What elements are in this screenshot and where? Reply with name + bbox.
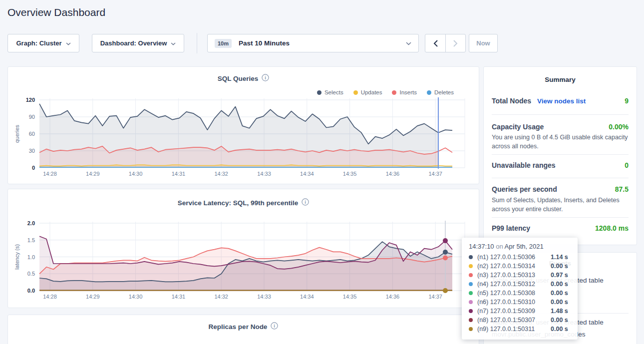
legend-item-selects[interactable]: Selects: [317, 89, 343, 95]
replicas-title-text: Replicas per Node: [209, 323, 268, 331]
svg-text:120: 120: [26, 97, 35, 103]
svg-text:queries: queries: [14, 124, 20, 143]
node-color-dot-icon: [469, 264, 473, 268]
svg-text:14:32: 14:32: [214, 171, 228, 177]
inserts-dot-icon: [392, 90, 396, 95]
node-address: (n6) 127.0.0.1:50310: [477, 299, 551, 306]
latency-hover-tooltip: 14:37:10 on Apr 5th, 2021 (n1) 127.0.0.1…: [462, 238, 578, 340]
node-latency-value: 0.00 s: [551, 281, 568, 288]
svg-text:14:28: 14:28: [43, 294, 57, 300]
prev-button[interactable]: [425, 34, 445, 52]
node-latency-value: 0.00 s: [551, 326, 568, 333]
unavailable-ranges-value: 0: [625, 161, 629, 169]
svg-text:14:29: 14:29: [86, 171, 100, 177]
legend-item-deletes[interactable]: Deletes: [427, 89, 454, 95]
svg-text:90: 90: [29, 114, 35, 120]
svg-text:14:33: 14:33: [257, 294, 271, 300]
svg-text:14:37: 14:37: [428, 294, 442, 300]
node-address: (n2) 127.0.0.1:50314: [477, 263, 551, 270]
chevron-down-icon: [171, 39, 176, 47]
svg-text:14:34: 14:34: [300, 171, 314, 177]
legend-item-inserts[interactable]: Inserts: [392, 89, 417, 95]
updates-dot-icon: [353, 90, 358, 95]
service-latency-title: Service Latency: SQL, 99th percentile i: [8, 198, 479, 207]
selects-dot-icon: [317, 90, 322, 95]
svg-text:30: 30: [29, 148, 35, 154]
tooltip-node-row: (n6) 127.0.0.1:503100.00 s: [469, 298, 572, 307]
summary-divider: [492, 154, 629, 155]
svg-text:i: i: [265, 75, 266, 80]
total-nodes-value: 9: [625, 97, 629, 105]
node-color-dot-icon: [469, 255, 473, 259]
node-address: (n8) 127.0.0.1:50307: [477, 317, 551, 324]
now-button[interactable]: Now: [469, 34, 498, 52]
node-color-dot-icon: [469, 273, 473, 277]
node-latency-value: 0.00 s: [551, 317, 568, 324]
dashboard-dropdown-label: Dashboard: Overview: [100, 39, 167, 47]
sql-queries-chart[interactable]: 030609012014:2814:2914:3014:3114:3214:33…: [8, 67, 479, 184]
view-nodes-list-link[interactable]: View nodes list: [537, 97, 586, 105]
toolbar-divider: [197, 33, 197, 53]
node-address: (n9) 127.0.0.1:50311: [477, 326, 551, 333]
time-range-badge: 10m: [215, 39, 232, 48]
node-address: (n4) 127.0.0.1:50312: [477, 281, 551, 288]
node-address: (n1) 127.0.0.1:50306: [477, 254, 551, 261]
time-nav-group: [425, 34, 466, 52]
summary-divider: [492, 178, 629, 178]
svg-text:14:33: 14:33: [257, 171, 271, 177]
qps-row: Queries per second 87.5: [492, 185, 629, 193]
tooltip-timestamp: 14:37:10 on Apr 5th, 2021: [469, 243, 572, 250]
svg-text:i: i: [305, 199, 306, 205]
service-latency-panel: Service Latency: SQL, 99th percentile i …: [7, 189, 479, 308]
tooltip-node-row: (n4) 127.0.0.1:503120.00 s: [469, 280, 572, 289]
service-latency-title-text: Service Latency: SQL, 99th percentile: [178, 199, 299, 207]
tooltip-node-rows: (n1) 127.0.0.1:503061.14 s(n2) 127.0.0.1…: [469, 253, 572, 334]
svg-text:14:34: 14:34: [300, 294, 314, 300]
node-latency-value: 0.00 s: [551, 299, 568, 306]
node-color-dot-icon: [469, 291, 473, 295]
node-latency-value: 0.00 s: [551, 290, 568, 297]
total-nodes-label: Total Nodes: [492, 97, 531, 105]
info-icon[interactable]: i: [302, 198, 309, 207]
qps-caption: Sum of Selects, Updates, Inserts, and De…: [492, 196, 629, 214]
legend-item-updates[interactable]: Updates: [353, 89, 382, 95]
tooltip-node-row: (n2) 127.0.0.1:503140.00 s: [469, 262, 572, 271]
info-icon[interactable]: i: [271, 322, 278, 331]
node-color-dot-icon: [469, 327, 473, 331]
node-address: (n5) 127.0.0.1:50308: [477, 290, 551, 297]
svg-text:60: 60: [29, 131, 35, 137]
unavailable-ranges-row: Unavailable ranges 0: [492, 161, 629, 169]
svg-text:0.0: 0.0: [27, 288, 35, 294]
capacity-label: Capacity Usage: [492, 123, 544, 131]
node-latency-value: 0.00 s: [551, 263, 568, 270]
tooltip-node-row: (n3) 127.0.0.1:503130.97 s: [469, 271, 572, 280]
chevron-down-icon: [406, 39, 411, 47]
sql-queries-title-text: SQL Queries: [218, 75, 259, 82]
dashboard-dropdown[interactable]: Dashboard: Overview: [92, 34, 184, 52]
capacity-value: 0.00%: [609, 123, 629, 131]
node-latency-value: 1.14 s: [551, 254, 568, 261]
total-nodes-row: Total Nodes View nodes list 9: [492, 97, 629, 105]
svg-text:14:28: 14:28: [43, 171, 57, 177]
node-color-dot-icon: [469, 282, 473, 286]
info-icon[interactable]: i: [262, 74, 269, 83]
graph-dropdown[interactable]: Graph: Cluster: [7, 34, 79, 52]
chevron-down-icon: [66, 39, 71, 47]
sql-queries-panel: SQL Queries i Selects Updates Inserts De…: [7, 66, 479, 184]
next-button[interactable]: [445, 34, 465, 52]
time-range-picker[interactable]: 10m Past 10 Minutes: [207, 34, 419, 52]
now-button-label: Now: [476, 39, 490, 47]
svg-text:latency (s): latency (s): [14, 244, 20, 270]
node-color-dot-icon: [469, 300, 473, 304]
p99-row: P99 latency 1208.0 ms: [492, 224, 629, 232]
svg-text:14:35: 14:35: [343, 294, 357, 300]
chevron-left-icon: [433, 40, 438, 47]
svg-text:1.0: 1.0: [27, 254, 35, 260]
qps-label: Queries per second: [492, 185, 557, 193]
tooltip-node-row: (n1) 127.0.0.1:503061.14 s: [469, 253, 572, 262]
replicas-panel: Replicas per Node i: [7, 315, 479, 344]
unavailable-ranges-label: Unavailable ranges: [492, 161, 556, 169]
sql-queries-title: SQL Queries i: [8, 74, 479, 83]
svg-text:0.5: 0.5: [27, 271, 35, 277]
svg-text:14:31: 14:31: [172, 294, 186, 300]
